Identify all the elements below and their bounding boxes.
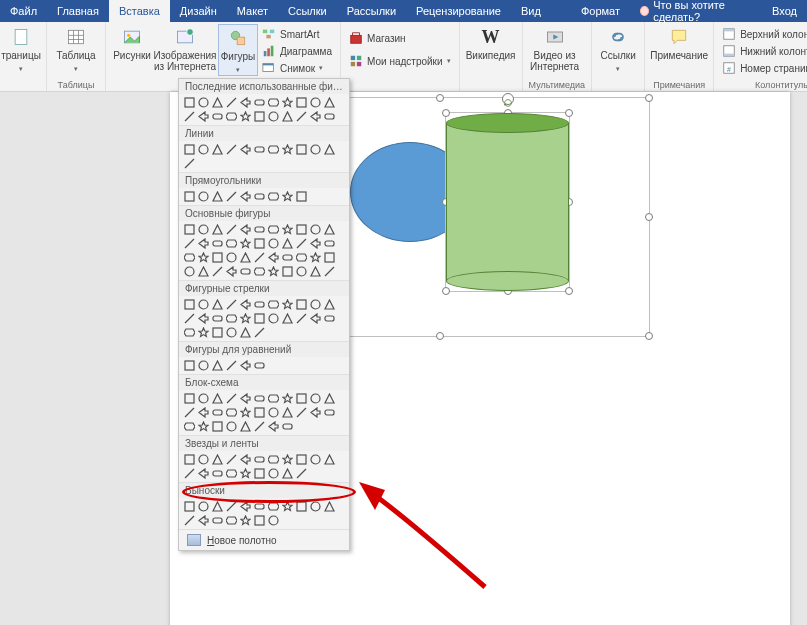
shape-cell[interactable] <box>225 190 238 203</box>
shape-cell[interactable] <box>253 265 266 278</box>
shape-cell[interactable] <box>239 453 252 466</box>
shape-cell[interactable] <box>281 467 294 480</box>
shape-cell[interactable] <box>225 298 238 311</box>
shape-cell[interactable] <box>211 392 224 405</box>
shape-cell[interactable] <box>211 406 224 419</box>
shape-cell[interactable] <box>309 406 322 419</box>
shape-cell[interactable] <box>295 406 308 419</box>
shape-cell[interactable] <box>267 298 280 311</box>
shape-cell[interactable] <box>183 251 196 264</box>
shape-cell[interactable] <box>323 223 336 236</box>
shape-cell[interactable] <box>211 514 224 527</box>
shape-cell[interactable] <box>225 110 238 123</box>
shape-cell[interactable] <box>309 500 322 513</box>
shape-cell[interactable] <box>225 500 238 513</box>
shape-cell[interactable] <box>211 143 224 156</box>
shape-cell[interactable] <box>239 312 252 325</box>
shape-cell[interactable] <box>253 326 266 339</box>
shape-cell[interactable] <box>239 406 252 419</box>
shape-cell[interactable] <box>253 467 266 480</box>
shape-cell[interactable] <box>197 453 210 466</box>
shape-cell[interactable] <box>295 467 308 480</box>
shape-cell[interactable] <box>309 223 322 236</box>
shape-cell[interactable] <box>197 96 210 109</box>
shape-cell[interactable] <box>253 392 266 405</box>
shape-cell[interactable] <box>295 500 308 513</box>
shape-cell[interactable] <box>295 190 308 203</box>
shape-cell[interactable] <box>183 237 196 250</box>
shape-cell[interactable] <box>211 298 224 311</box>
links-button[interactable]: Ссылки▾ <box>598 24 638 74</box>
shape-cell[interactable] <box>267 467 280 480</box>
shape-cell[interactable] <box>197 237 210 250</box>
shape-cell[interactable] <box>211 190 224 203</box>
shape-cylinder[interactable] <box>446 113 569 291</box>
shape-cell[interactable] <box>267 406 280 419</box>
shape-cell[interactable] <box>183 312 196 325</box>
shape-cell[interactable] <box>253 223 266 236</box>
shape-cell[interactable] <box>267 251 280 264</box>
shape-cell[interactable] <box>323 298 336 311</box>
shape-cell[interactable] <box>253 359 266 372</box>
shape-cell[interactable] <box>309 96 322 109</box>
shape-cell[interactable] <box>295 96 308 109</box>
shape-cell[interactable] <box>267 237 280 250</box>
shape-cell[interactable] <box>295 223 308 236</box>
shape-cell[interactable] <box>183 143 196 156</box>
tab-format[interactable]: Формат <box>571 0 630 22</box>
shape-cell[interactable] <box>197 406 210 419</box>
shape-cell[interactable] <box>183 298 196 311</box>
pictures-button[interactable]: Рисунки <box>112 24 152 61</box>
shape-cell[interactable] <box>323 96 336 109</box>
shape-cell[interactable] <box>197 514 210 527</box>
shape-cell[interactable] <box>253 251 266 264</box>
tab-view[interactable]: Вид <box>511 0 551 22</box>
shape-cell[interactable] <box>267 500 280 513</box>
shape-cell[interactable] <box>239 96 252 109</box>
shape-cell[interactable] <box>225 312 238 325</box>
shape-cell[interactable] <box>281 143 294 156</box>
shape-cell[interactable] <box>309 265 322 278</box>
table-button[interactable]: Таблица▾ <box>53 24 99 74</box>
shape-cell[interactable] <box>295 110 308 123</box>
shape-cell[interactable] <box>239 514 252 527</box>
shape-cell[interactable] <box>239 223 252 236</box>
new-canvas-item[interactable]: Новое полотно <box>179 529 349 550</box>
smartart-button[interactable]: SmartArt <box>260 26 334 42</box>
shape-cell[interactable] <box>197 251 210 264</box>
shape-cell[interactable] <box>197 298 210 311</box>
shape-cell[interactable] <box>239 467 252 480</box>
shape-cell[interactable] <box>239 359 252 372</box>
shape-cell[interactable] <box>239 500 252 513</box>
shape-cell[interactable] <box>197 500 210 513</box>
shape-cell[interactable] <box>197 265 210 278</box>
tab-home[interactable]: Главная <box>47 0 109 22</box>
shape-cell[interactable] <box>183 223 196 236</box>
shape-cell[interactable] <box>323 312 336 325</box>
shape-cell[interactable] <box>197 143 210 156</box>
shape-cell[interactable] <box>281 420 294 433</box>
tab-file[interactable]: Файл <box>0 0 47 22</box>
shape-cell[interactable] <box>281 453 294 466</box>
shape-cell[interactable] <box>253 143 266 156</box>
shape-cell[interactable] <box>281 500 294 513</box>
shape-cell[interactable] <box>253 96 266 109</box>
footer-button[interactable]: Нижний колонтитул▾ <box>720 43 807 59</box>
shape-cell[interactable] <box>323 110 336 123</box>
shape-cell[interactable] <box>183 392 196 405</box>
shape-cell[interactable] <box>281 110 294 123</box>
online-video-button[interactable]: Видео из Интернета <box>529 24 581 72</box>
shape-cell[interactable] <box>267 96 280 109</box>
shape-cell[interactable] <box>225 359 238 372</box>
shape-cell[interactable] <box>267 453 280 466</box>
shape-cell[interactable] <box>225 326 238 339</box>
shape-cell[interactable] <box>211 312 224 325</box>
store-button[interactable]: Магазин <box>347 30 453 46</box>
shape-cell[interactable] <box>197 326 210 339</box>
shape-cell[interactable] <box>253 298 266 311</box>
shape-cell[interactable] <box>239 298 252 311</box>
shape-cell[interactable] <box>281 96 294 109</box>
tab-mailings[interactable]: Рассылки <box>337 0 406 22</box>
shape-cell[interactable] <box>211 359 224 372</box>
shape-cell[interactable] <box>295 298 308 311</box>
